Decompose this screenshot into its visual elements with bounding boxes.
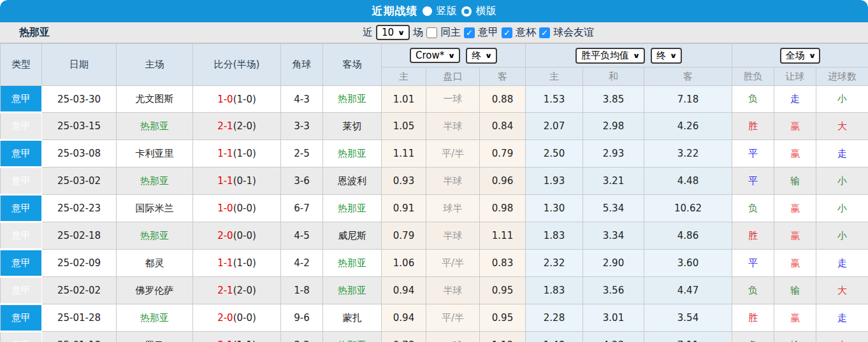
handicap-away-odds-cell: 0.83 [480,250,526,277]
vertical-layout-label[interactable]: 竖版 [437,4,457,18]
subheader-handicap-line: 盘口 [426,68,480,86]
result-cell: 平 [732,167,774,195]
odds-period-select[interactable]: 终 ∨ [466,48,497,64]
page-title: 近期战绩 [372,4,418,18]
away-team-cell: 莱切 [323,113,382,140]
result-cell: 胜 [732,304,774,332]
date-cell: 25-01-28 [42,304,117,332]
chevron-down-icon: ∨ [808,52,816,60]
handicap-line-cell: 半球 [426,222,480,250]
avg-home-cell: 1.30 [526,195,583,222]
avg-home-cell: 1.53 [526,86,583,113]
horizontal-layout-label[interactable]: 横版 [476,4,496,18]
avg-draw-cell: 2.90 [583,250,644,277]
handicap-line-cell: 平/半 [426,140,480,167]
league-cell: 意甲 [1,167,42,195]
handicap-result-cell: 赢 [774,304,816,332]
same-home-checkbox[interactable] [426,27,437,38]
goals-cell: 走 [816,250,868,277]
date-cell: 25-02-23 [42,195,117,222]
subheader-handicap-away: 客 [480,68,526,86]
away-team-cell: 热那亚 [323,277,382,304]
avg-home-cell: 2.32 [526,250,583,277]
avg-away-cell: 3.22 [644,140,732,167]
avg-draw-cell: 2.98 [583,113,644,140]
result-cell: 负 [732,195,774,222]
league-cell: 意甲 [1,332,42,342]
goals-cell: 大 [816,332,868,342]
avg-draw-cell: 2.93 [583,140,644,167]
recent-count-select[interactable]: 10 ∨ [376,25,410,40]
avg-period-value: 终 [656,50,666,62]
subheader-avg-home: 主 [526,68,583,86]
table-row: 意甲25-03-15热那亚2-1(2-0)3-3莱切1.05半球0.842.07… [1,113,868,140]
handicap-home-odds-cell: 0.94 [382,304,426,332]
header-type: 类型 [1,44,42,86]
handicap-result-cell: 赢 [774,195,816,222]
odds-company-select[interactable]: Crow* ∨ [410,48,460,63]
score-cell: 1-1(1-0) [193,140,281,167]
handicap-line-cell: 一球 [426,332,480,342]
handicap-result-cell: 输 [774,277,816,304]
score-cell: 1-0(1-0) [193,86,281,113]
handicap-line-cell: 半球 [426,277,480,304]
table-row: 意甲25-01-18罗马3-1(1-1)3-2热那亚0.78一球1.121.48… [1,332,868,342]
table-row: 意甲25-02-18热那亚2-0(0-0)4-5威尼斯0.79半球1.111.8… [1,222,868,250]
away-team-cell: 热那亚 [323,195,382,222]
corners-cell: 3-6 [281,167,323,195]
date-cell: 25-02-18 [42,222,117,250]
handicap-home-odds-cell: 0.94 [382,277,426,304]
header-date: 日期 [42,44,117,86]
league-serie-a-checkbox[interactable]: ✓ [464,27,475,38]
corners-cell: 6-7 [281,195,323,222]
vertical-layout-radio[interactable] [423,6,432,16]
home-team-cell: 罗马 [117,332,193,342]
chevron-down-icon: ∨ [670,52,677,60]
handicap-result-cell: 输 [774,332,816,342]
handicap-home-odds-cell: 1.05 [382,113,426,140]
handicap-result-cell: 赢 [774,250,816,277]
subheader-goals: 进球数 [816,68,868,86]
avg-home-cell: 1.83 [526,222,583,250]
title-bar: 近期战绩 竖版 横版 [0,0,868,22]
odds-company-value: Crow* [416,50,444,61]
avg-period-select[interactable]: 终 ∨ [651,48,682,64]
matches-label: 场 [413,26,423,39]
goals-cell: 走 [816,304,868,332]
avg-away-cell: 4.26 [644,113,732,140]
horizontal-layout-radio[interactable] [461,6,472,17]
league-cell: 意甲 [1,304,42,332]
handicap-away-odds-cell: 0.95 [480,304,526,332]
away-team-cell: 热那亚 [323,140,382,167]
handicap-home-odds-cell: 0.78 [382,332,426,342]
table-row: 意甲25-01-28热那亚2-0(0-0)9-6蒙扎0.94平/半0.952.2… [1,304,868,332]
league-club-friendly-checkbox[interactable]: ✓ [539,27,550,38]
handicap-away-odds-cell: 0.84 [480,113,526,140]
date-cell: 25-03-30 [42,86,117,113]
handicap-result-cell: 赢 [774,113,816,140]
handicap-group-header: Crow* ∨ 终 ∨ [382,44,526,68]
corners-cell: 3-2 [281,332,323,342]
header-away: 客场 [323,44,382,86]
scope-select[interactable]: 全场 ∨ [780,48,821,64]
avg-away-cell: 4.47 [644,277,732,304]
handicap-away-odds-cell: 0.96 [480,167,526,195]
league-coppa-italia-checkbox[interactable]: ✓ [502,27,512,38]
avg-away-cell: 7.11 [644,332,732,342]
home-team-cell: 卡利亚里 [117,140,193,167]
avg-home-cell: 2.28 [526,304,583,332]
score-cell: 2-0(0-0) [193,222,281,250]
filter-controls: 近 10 ∨ 场 同主 ✓ 意甲 ✓ 意杯 ✓ 球会友谊 [363,25,594,40]
date-cell: 25-02-09 [42,250,117,277]
handicap-home-odds-cell: 1.06 [382,250,426,277]
table-row: 意甲25-03-30尤文图斯1-0(1-0)4-3热那亚1.01一球0.881.… [1,86,868,113]
handicap-result-cell: 赢 [774,222,816,250]
results-tbody: 意甲25-03-30尤文图斯1-0(1-0)4-3热那亚1.01一球0.881.… [1,86,868,342]
date-cell: 25-03-02 [42,167,117,195]
handicap-line-cell: 平/半 [426,250,480,277]
avg-type-select[interactable]: 胜平负均值 ∨ [575,48,645,64]
avg-away-cell: 4.48 [644,167,732,195]
odds-period-value: 终 [472,50,481,62]
header-home: 主场 [117,44,193,86]
avg-group-header: 胜平负均值 ∨ 终 ∨ [526,44,732,68]
